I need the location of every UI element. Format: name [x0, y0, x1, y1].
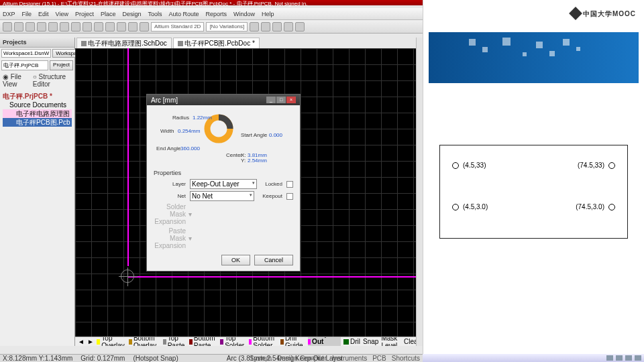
menu-window[interactable]: Window	[233, 11, 255, 17]
menu-place[interactable]: Place	[101, 11, 116, 17]
layer-bottom-paste[interactable]: Bottom Paste	[189, 337, 217, 346]
tab-pcb[interactable]: 电子秤PCB图.PcbDoc *	[173, 38, 260, 48]
dialog-min-button[interactable]: _	[266, 97, 276, 103]
structure-radio[interactable]: ○ Structure Editor	[33, 73, 72, 88]
status-shortcuts[interactable]: Shortcuts	[392, 355, 420, 362]
status-pcb[interactable]: PCB	[372, 355, 386, 362]
project-button[interactable]: Project	[50, 60, 73, 70]
layer-top-solder[interactable]: Top Solder	[220, 337, 246, 346]
cube-icon	[569, 7, 582, 20]
workspace-select[interactable]: Workspace1.DsnW	[1, 49, 51, 58]
radius-label: Radius	[172, 115, 189, 121]
locked-label: Locked	[265, 181, 282, 187]
projects-title: Projects	[0, 38, 74, 48]
menu-tools[interactable]: Tools	[148, 11, 162, 17]
dialog-max-button[interactable]: □	[276, 97, 286, 103]
end-angle-value[interactable]: 360.000	[180, 145, 200, 152]
cancel-button[interactable]: Cancel	[254, 255, 293, 265]
paste-mask-row: Paste Mask Expansion▾	[154, 227, 293, 249]
menu-project[interactable]: Project	[75, 11, 94, 17]
status-system[interactable]: System	[250, 355, 272, 362]
tool-icon[interactable]	[272, 22, 282, 32]
status-instruments[interactable]: Instruments	[332, 355, 367, 362]
menu-autoroute[interactable]: Auto Route	[168, 11, 199, 17]
tree-doc-pcb[interactable]: 电子秤PCB图.Pcb *	[3, 118, 72, 127]
ok-button[interactable]: OK	[221, 255, 250, 265]
fileview-radio[interactable]: ◉ File View	[3, 73, 29, 88]
layer-keep-out[interactable]: Keep-Out Layer	[308, 337, 341, 346]
circle-icon	[452, 162, 459, 169]
menu-reports[interactable]: Reports	[206, 11, 227, 17]
keepout-line	[127, 276, 423, 278]
keepout-checkbox[interactable]	[286, 193, 293, 200]
tool-icon[interactable]	[83, 22, 92, 32]
layer-top-overlay[interactable]: Top Overlay	[97, 337, 126, 346]
net-select[interactable]: No Net	[190, 191, 254, 201]
layer-tabs: ◄ ► Top Overlay Bottom Overlay Top Paste…	[75, 337, 423, 346]
tool-icon[interactable]	[71, 22, 80, 32]
tray-icon[interactable]	[635, 355, 641, 361]
menu-dxp[interactable]: DXP	[3, 11, 15, 17]
menu-view[interactable]: View	[56, 11, 68, 17]
start-angle-value[interactable]: 0.000	[269, 132, 282, 138]
dialog-close-button[interactable]: ×	[286, 97, 296, 103]
tool-icon[interactable]	[284, 22, 293, 32]
menu-file[interactable]: File	[22, 11, 32, 17]
view-mode-select[interactable]: Altium Standard 2D	[151, 22, 204, 32]
layer-bottom-solder[interactable]: Bottom Solder	[249, 337, 278, 346]
tray-icon[interactable]	[606, 355, 613, 361]
variation-select[interactable]: [No Variations]	[206, 22, 248, 32]
menu-bar: DXP File Edit View Project Place Design …	[0, 8, 423, 20]
status-design-compiler[interactable]: Design Compiler	[277, 355, 327, 362]
point-3: (4.5,3.0)	[452, 203, 488, 210]
layer-nav-icon[interactable]: ►	[87, 338, 94, 345]
tool-icon[interactable]	[295, 22, 305, 32]
mask-level-button[interactable]: Mask Level	[381, 337, 401, 346]
tab-schematic[interactable]: 电子秤电路原理图.SchDoc	[76, 38, 172, 48]
start-angle-label: Start Angle	[241, 132, 267, 138]
center-y-value[interactable]: 2.54mm	[248, 158, 267, 164]
tool-icon[interactable]	[250, 22, 259, 32]
layer-top-paste[interactable]: Top Paste	[163, 337, 187, 346]
menu-design[interactable]: Design	[122, 11, 141, 17]
layer-nav-icon[interactable]: ◄	[78, 338, 85, 345]
keepout-line	[127, 48, 129, 266]
mooc-logo: 中国大学MOOC	[571, 7, 636, 19]
tray-icon[interactable]	[625, 355, 632, 361]
tree-source-docs[interactable]: Source Documents	[3, 101, 72, 109]
origin-marker	[121, 269, 134, 283]
locked-checkbox[interactable]	[286, 181, 293, 188]
tool-icon[interactable]	[261, 22, 270, 32]
status-coords: X:8.128mm Y:1.143mm	[3, 355, 72, 362]
solder-mask-row: Solder Mask Expansion▾	[154, 203, 293, 225]
tool-icon[interactable]	[48, 22, 58, 32]
tool-icon[interactable]	[14, 22, 23, 32]
mooc-browser-pane: 中国大学MOOC (4.5,33) (74.5,33) (4.5,3.0) (7…	[423, 0, 644, 354]
coord-card: (4.5,33) (74.5,33) (4.5,3.0) (74.5,3.0)	[439, 145, 628, 239]
tool-icon[interactable]	[60, 22, 69, 32]
tool-icon[interactable]	[25, 22, 35, 32]
tool-icon[interactable]	[37, 22, 46, 32]
tree-project[interactable]: 电子秤.PrjPCB *	[3, 92, 72, 101]
tool-icon[interactable]	[128, 22, 138, 32]
project-select[interactable]: 电子秤.PrjPCB	[1, 60, 48, 70]
snap-button[interactable]: Snap	[363, 338, 378, 345]
radius-value[interactable]: 1.22mm	[193, 115, 212, 121]
end-angle-label: End Angle	[156, 145, 180, 152]
tool-icon[interactable]	[105, 22, 115, 32]
menu-edit[interactable]: Edit	[38, 11, 49, 17]
menu-help[interactable]: Help	[262, 11, 274, 17]
layer-select[interactable]: Keep-Out Layer	[190, 179, 257, 189]
doc-icon	[178, 41, 183, 46]
width-value[interactable]: 0.254mm	[178, 128, 200, 134]
tool-icon[interactable]	[94, 22, 103, 32]
tray-icon[interactable]	[616, 355, 623, 361]
tool-icon[interactable]	[117, 22, 126, 32]
tree-doc-schematic[interactable]: 电子秤电路原理图	[3, 109, 72, 118]
layer-bottom-overlay[interactable]: Bottom Overlay	[129, 337, 160, 346]
keepout-label: Keepout	[262, 193, 282, 199]
tool-icon[interactable]	[3, 22, 12, 32]
layer-drill[interactable]: Dril	[343, 338, 360, 345]
layer-drill-guide[interactable]: Drill Guide	[280, 337, 305, 346]
tool-icon[interactable]	[140, 22, 149, 32]
